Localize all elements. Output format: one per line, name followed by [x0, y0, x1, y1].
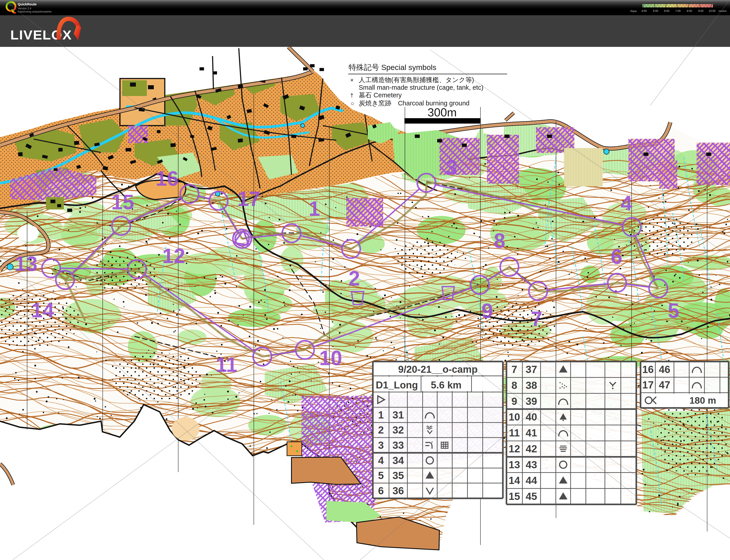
svg-text:特殊記号 Special symbols: 特殊記号 Special symbols	[349, 63, 436, 72]
svg-text:5: 5	[668, 299, 679, 322]
svg-text:4: 4	[621, 192, 632, 215]
svg-text:5.6 km: 5.6 km	[431, 379, 462, 390]
svg-text:4: 4	[378, 455, 384, 466]
svg-text:15: 15	[111, 191, 134, 214]
svg-text:†: †	[350, 92, 354, 99]
svg-text:12: 12	[162, 244, 185, 267]
svg-text:39: 39	[525, 395, 537, 407]
svg-text:31: 31	[392, 409, 404, 421]
svg-text:33: 33	[392, 439, 404, 451]
svg-text:42: 42	[525, 443, 537, 455]
svg-text:13: 13	[15, 252, 37, 275]
svg-text:D1_Long: D1_Long	[376, 379, 418, 390]
svg-text:12: 12	[508, 443, 520, 455]
svg-text:38: 38	[525, 379, 537, 391]
svg-text:300m: 300m	[427, 106, 457, 119]
svg-text:45: 45	[525, 490, 537, 502]
svg-text:5: 5	[378, 470, 384, 481]
svg-text:墓石 Cemetery: 墓石 Cemetery	[359, 92, 402, 99]
svg-text:34: 34	[392, 455, 404, 466]
svg-text:8: 8	[511, 379, 517, 391]
svg-text:1: 1	[309, 197, 320, 220]
svg-text:35: 35	[392, 470, 404, 481]
svg-text:2: 2	[349, 267, 360, 290]
svg-text:7: 7	[531, 307, 542, 330]
svg-text:46: 46	[659, 364, 670, 375]
svg-text:9: 9	[481, 299, 493, 322]
svg-text:180 m: 180 m	[689, 395, 716, 406]
svg-text:15: 15	[508, 490, 520, 502]
svg-text:11: 11	[216, 353, 237, 376]
svg-text:13: 13	[508, 459, 520, 471]
svg-text:14: 14	[508, 475, 520, 486]
svg-text:14: 14	[31, 299, 54, 322]
svg-text:6: 6	[611, 245, 622, 268]
svg-text:人工構造物(有害鳥獣捕獲檻、タンク等): 人工構造物(有害鳥獣捕獲檻、タンク等)	[359, 76, 474, 83]
svg-text:1: 1	[378, 409, 384, 421]
svg-text:2: 2	[378, 424, 384, 436]
svg-text:9: 9	[511, 395, 517, 407]
svg-text:41: 41	[525, 427, 537, 439]
svg-text:10: 10	[508, 411, 520, 423]
svg-text:7: 7	[511, 364, 517, 375]
svg-text:3: 3	[446, 156, 457, 179]
svg-text:11: 11	[509, 427, 520, 439]
svg-text:44: 44	[525, 475, 537, 486]
svg-text:37: 37	[525, 364, 537, 375]
svg-text:32: 32	[392, 424, 404, 436]
svg-text:17: 17	[238, 187, 260, 210]
svg-text:43: 43	[525, 459, 537, 471]
svg-text:36: 36	[392, 485, 404, 497]
svg-text:3: 3	[378, 439, 384, 451]
svg-text:17: 17	[642, 379, 654, 391]
svg-text:8: 8	[494, 229, 505, 252]
svg-text:6: 6	[378, 485, 384, 497]
svg-text:×: ×	[350, 77, 354, 83]
svg-text:16: 16	[642, 364, 654, 375]
svg-text:10: 10	[319, 346, 342, 369]
svg-text:○: ○	[351, 100, 354, 107]
svg-text:9/20-21__o-camp: 9/20-21__o-camp	[398, 364, 478, 375]
svg-text:Small man-made structure (cage: Small man-made structure (cage, tank, et…	[359, 84, 483, 91]
svg-text:40: 40	[525, 411, 537, 423]
svg-text:16: 16	[156, 167, 179, 190]
svg-text:47: 47	[659, 379, 670, 391]
